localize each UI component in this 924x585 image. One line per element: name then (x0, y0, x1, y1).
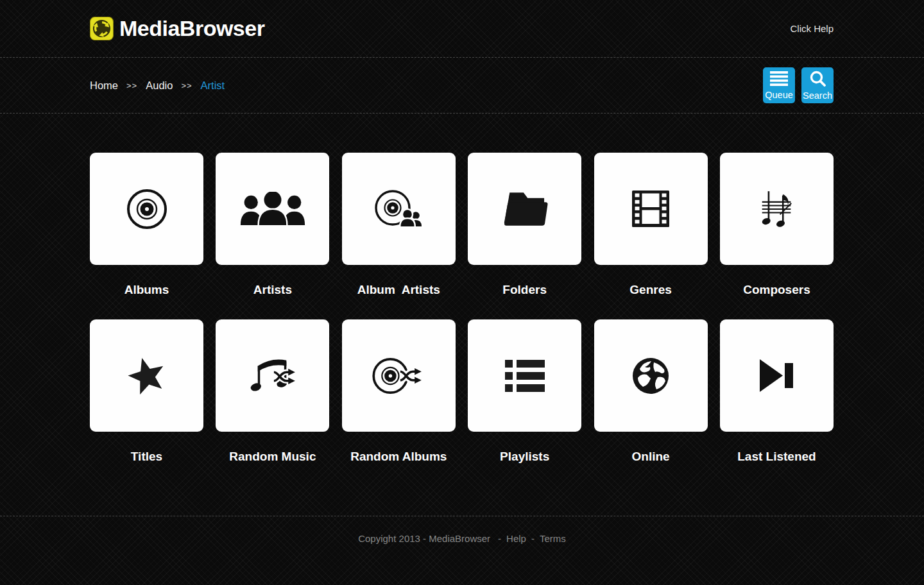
tile-online[interactable]: Online (594, 319, 708, 486)
tile-label: Album Artists (357, 282, 440, 298)
footer-separator: - (531, 533, 535, 544)
breadcrumb-home[interactable]: Home (90, 80, 118, 92)
breadcrumb-separator: >> (126, 81, 137, 90)
tile-albums[interactable]: Albums (90, 153, 203, 319)
brand-home-link[interactable]: MediaBrowser (90, 16, 264, 41)
search-button[interactable]: Search (801, 67, 834, 103)
tile-last-listened[interactable]: Last Listened (720, 319, 834, 486)
globe-icon (594, 319, 708, 432)
main-content: Albums Artists (0, 114, 924, 516)
breadcrumb: Home >> Audio >> Artist (90, 80, 225, 92)
film-strip-icon (594, 153, 708, 265)
tile-random-albums[interactable]: Random Albums (342, 319, 456, 486)
breadcrumb-artist-current: Artist (201, 80, 225, 92)
tile-label: Last Listened (737, 449, 816, 464)
tile-composers[interactable]: Composers (720, 153, 834, 319)
footer-separator: - (498, 533, 501, 544)
breadcrumb-separator: >> (181, 81, 192, 90)
mediabrowser-logo-icon (90, 17, 119, 40)
click-help-link[interactable]: Click Help (790, 23, 834, 34)
tile-label: Playlists (500, 449, 549, 464)
tile-label: Albums (124, 282, 169, 298)
tile-genres[interactable]: Genres (594, 153, 708, 319)
footer-help-link[interactable]: Help (506, 533, 526, 544)
toolbar: Queue Search (763, 67, 834, 103)
search-button-label: Search (803, 91, 832, 101)
tile-label: Titles (131, 449, 162, 464)
artists-people-icon (216, 153, 329, 265)
queue-button-label: Queue (765, 90, 793, 100)
copyright-text: Copyight 2013 - MediaBrowser (358, 533, 490, 544)
tile-label: Artists (253, 282, 292, 298)
tile-label: Folders (502, 282, 547, 298)
app-title: MediaBrowser (119, 16, 264, 41)
skip-next-icon (720, 319, 834, 432)
tile-label: Composers (743, 282, 810, 298)
tile-album-artists[interactable]: Album Artists (342, 153, 456, 319)
tile-random-music[interactable]: Random Music (216, 319, 329, 486)
list-icon (468, 319, 581, 432)
album-artists-disc-people-icon (342, 153, 456, 265)
breadcrumb-bar: Home >> Audio >> Artist Queue Search (0, 58, 924, 113)
queue-button[interactable]: Queue (763, 67, 795, 103)
tile-label: Genres (629, 282, 671, 298)
tile-playlists[interactable]: Playlists (468, 319, 581, 486)
queue-list-icon (770, 71, 788, 88)
tile-label: Random Music (229, 449, 316, 464)
music-shuffle-icon (216, 319, 329, 432)
page-footer: Copyight 2013 - MediaBrowser - Help - Te… (0, 516, 924, 585)
tile-artists[interactable]: Artists (216, 153, 329, 319)
app-header: MediaBrowser Click Help (0, 0, 924, 57)
tile-titles[interactable]: Titles (90, 319, 203, 486)
tile-grid: Albums Artists (90, 153, 834, 486)
open-folder-icon (468, 153, 581, 265)
breadcrumb-audio[interactable]: Audio (146, 80, 173, 92)
album-disc-icon (90, 153, 203, 265)
star-icon (90, 319, 203, 432)
music-score-icon (720, 153, 834, 265)
search-icon (810, 71, 826, 89)
footer-terms-link[interactable]: Terms (540, 533, 566, 544)
tile-label: Online (632, 449, 670, 464)
disc-shuffle-icon (342, 319, 456, 432)
tile-folders[interactable]: Folders (468, 153, 581, 319)
tile-label: Random Albums (350, 449, 447, 464)
